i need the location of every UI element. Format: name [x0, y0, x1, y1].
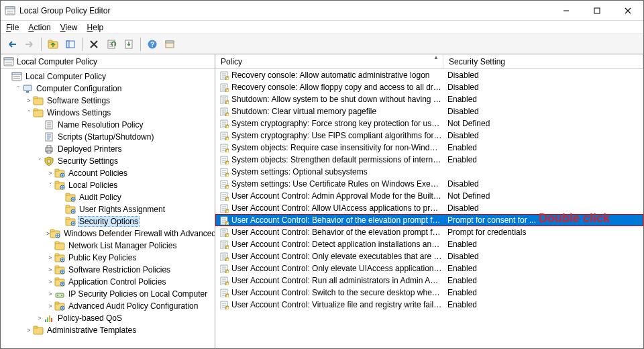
- policy-value: Not Defined: [442, 191, 643, 201]
- expand-icon[interactable]: >: [46, 303, 54, 309]
- policy-row[interactable]: User Account Control: Behavior of the el…: [215, 226, 643, 238]
- policy-row[interactable]: User Account Control: Admin Approval Mod…: [215, 190, 643, 202]
- menu-help[interactable]: Help: [87, 23, 104, 32]
- policy-row[interactable]: User Account Control: Switch to the secu…: [215, 287, 643, 299]
- expand-icon[interactable]: >: [46, 291, 54, 297]
- policy-row[interactable]: System objects: Require case insensitivi…: [215, 142, 643, 154]
- policy-row[interactable]: System settings: Use Certificate Rules o…: [215, 178, 643, 190]
- tree-item[interactable]: >IP Security Policies on Local Computer: [1, 288, 215, 300]
- policy-icon: [219, 155, 229, 164]
- policy-row[interactable]: Recovery console: Allow automatic admini…: [215, 69, 643, 81]
- policy-icon: [219, 95, 229, 104]
- app-window: Local Group Policy Editor File Action Vi…: [0, 0, 644, 349]
- folder-icon: [54, 240, 65, 251]
- expand-icon[interactable]: >: [46, 279, 54, 285]
- qos-icon: [44, 313, 54, 323]
- policy-row[interactable]: User Account Control: Virtualize file an…: [215, 299, 643, 311]
- tree-item[interactable]: >Software Settings: [1, 95, 215, 107]
- policy-row[interactable]: User Account Control: Behavior of the el…: [215, 214, 643, 226]
- properties-button[interactable]: [162, 37, 177, 52]
- policy-icon: [219, 240, 229, 249]
- policy-row[interactable]: System cryptography: Use FIPS compliant …: [215, 130, 643, 142]
- column-policy[interactable]: Policy ▲: [215, 54, 443, 68]
- tree-item[interactable]: Name Resolution Policy: [1, 119, 215, 131]
- expand-icon[interactable]: >: [46, 170, 54, 177]
- policy-row[interactable]: Recovery console: Allow floppy copy and …: [215, 81, 643, 93]
- tree-item[interactable]: >Policy-based QoS: [1, 312, 215, 324]
- show-hide-tree-button[interactable]: [63, 37, 78, 52]
- tree-item[interactable]: ˅Local Policies: [1, 179, 215, 191]
- policy-row[interactable]: User Account Control: Run all administra…: [215, 275, 643, 287]
- policy-row[interactable]: System settings: Optional subsystems: [215, 166, 643, 178]
- expand-icon[interactable]: >: [36, 315, 44, 321]
- tree-item-label: Windows Settings: [46, 108, 112, 117]
- list-scroll[interactable]: Recovery console: Allow automatic admini…: [215, 69, 643, 348]
- tree-item[interactable]: Audit Policy: [1, 191, 215, 203]
- tree-item[interactable]: ˅Computer Configuration: [1, 83, 215, 95]
- minimize-button[interactable]: [551, 1, 582, 21]
- forward-button[interactable]: [22, 37, 37, 52]
- menu-view[interactable]: View: [60, 23, 78, 32]
- tree-item[interactable]: Network List Manager Policies: [1, 240, 215, 252]
- tree-item[interactable]: >Windows Defender Firewall with Advanced…: [1, 228, 215, 240]
- tree-item-label: Account Policies: [67, 168, 129, 178]
- menu-file[interactable]: File: [6, 23, 19, 32]
- column-security-setting[interactable]: Security Setting: [443, 54, 643, 68]
- help-button[interactable]: [145, 37, 160, 52]
- tree-item[interactable]: ˅Windows Settings: [1, 107, 215, 119]
- policy-value: Not Defined: [442, 119, 643, 128]
- tree-item-label: Name Resolution Policy: [56, 120, 144, 130]
- security-icon: [44, 156, 54, 166]
- folder-s-icon: [54, 252, 65, 263]
- export-list-button[interactable]: [121, 37, 136, 52]
- delete-button[interactable]: [87, 37, 101, 52]
- policy-row[interactable]: System objects: Strengthen default permi…: [215, 154, 643, 166]
- expand-icon[interactable]: >: [46, 254, 54, 261]
- collapse-icon[interactable]: ˅: [36, 158, 44, 164]
- expand-icon[interactable]: >: [25, 97, 33, 104]
- policy-row[interactable]: Shutdown: Clear virtual memory pagefileD…: [215, 105, 643, 117]
- maximize-button[interactable]: [582, 1, 612, 21]
- tree-item[interactable]: >Public Key Policies: [1, 252, 215, 264]
- tree-item[interactable]: Security Options: [1, 215, 215, 228]
- tree-header-label: Local Computer Policy: [17, 57, 97, 66]
- close-button[interactable]: [612, 1, 643, 21]
- policy-row[interactable]: User Account Control: Only elevate execu…: [215, 250, 643, 262]
- tree-item[interactable]: ˅Security Settings: [1, 155, 215, 167]
- policy-value: Prompt for consent for ...: [442, 215, 643, 225]
- policy-name: User Account Control: Behavior of the el…: [231, 215, 442, 225]
- collapse-icon[interactable]: ˅: [25, 109, 33, 116]
- policy-value: Disabled: [442, 107, 643, 116]
- folder-s-icon: [54, 264, 65, 275]
- policy-row[interactable]: User Account Control: Detect application…: [215, 238, 643, 250]
- policy-row[interactable]: User Account Control: Allow UIAccess app…: [215, 202, 643, 214]
- tree-item[interactable]: User Rights Assignment: [1, 203, 215, 215]
- computer-icon: [22, 83, 33, 94]
- tree-item[interactable]: Scripts (Startup/Shutdown): [1, 131, 215, 143]
- policy-name: User Account Control: Virtualize file an…: [231, 300, 442, 309]
- folder-s-icon: [54, 301, 65, 311]
- up-button[interactable]: [46, 37, 60, 52]
- expand-icon[interactable]: >: [25, 327, 33, 334]
- tree-item[interactable]: >Advanced Audit Policy Configuration: [1, 300, 215, 312]
- tree-item[interactable]: Local Computer Policy: [1, 70, 215, 83]
- tree-item[interactable]: >Software Restriction Policies: [1, 264, 215, 276]
- policy-row[interactable]: System cryptography: Force strong key pr…: [215, 117, 643, 130]
- policy-row[interactable]: Shutdown: Allow system to be shut down w…: [215, 93, 643, 105]
- back-button[interactable]: [5, 37, 19, 52]
- collapse-icon[interactable]: ˅: [46, 182, 54, 189]
- tree-item-label: Audit Policy: [78, 193, 123, 202]
- tree-item[interactable]: >Account Policies: [1, 167, 215, 179]
- policy-name: Shutdown: Clear virtual memory pagefile: [231, 107, 442, 116]
- tree-item[interactable]: Deployed Printers: [1, 143, 215, 155]
- tree-item[interactable]: >Administrative Templates: [1, 324, 215, 336]
- tree-scroll[interactable]: Local Computer Policy˅Computer Configura…: [1, 69, 215, 348]
- menu-action[interactable]: Action: [28, 23, 50, 32]
- tree-item[interactable]: >Application Control Policies: [1, 276, 215, 288]
- policy-row[interactable]: User Account Control: Only elevate UIAcc…: [215, 262, 643, 275]
- collapse-icon[interactable]: ˅: [14, 85, 22, 92]
- refresh-button[interactable]: [104, 37, 119, 52]
- expand-icon[interactable]: >: [46, 266, 54, 273]
- policy-icon: [219, 119, 229, 128]
- ipsec-icon: [54, 289, 65, 299]
